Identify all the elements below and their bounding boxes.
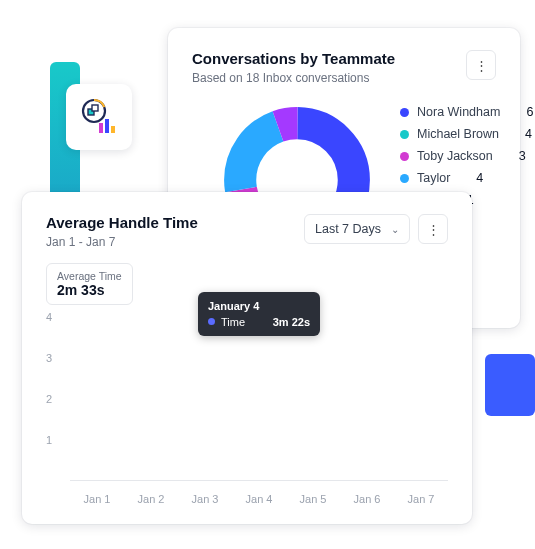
legend-swatch	[400, 130, 409, 139]
y-tick: 4	[46, 311, 52, 323]
y-tick: 3	[46, 352, 52, 364]
legend-name: Nora Windham	[417, 105, 500, 119]
legend-swatch	[400, 152, 409, 161]
x-axis: Jan 1Jan 2Jan 3Jan 4Jan 5Jan 6Jan 7	[70, 493, 448, 505]
legend-name: Taylor	[417, 171, 450, 185]
legend-item: Toby Jackson3	[400, 149, 533, 163]
tooltip-series-label: Time	[221, 316, 245, 328]
bar-chart: 4321 January 4 Time 3m 22s Jan 1Jan 2Jan…	[46, 299, 448, 509]
x-tick: Jan 7	[394, 493, 448, 505]
date-range: Jan 1 - Jan 7	[46, 235, 198, 249]
dropdown-label: Last 7 Days	[315, 222, 381, 236]
x-tick: Jan 6	[340, 493, 394, 505]
tooltip-dot-icon	[208, 318, 215, 325]
bar-tooltip: January 4 Time 3m 22s	[198, 292, 320, 336]
svg-rect-9	[105, 119, 109, 133]
decorative-blue-block	[485, 354, 535, 416]
card-title: Average Handle Time	[46, 214, 198, 231]
legend-item: Michael Brown4	[400, 127, 533, 141]
legend-swatch	[400, 108, 409, 117]
average-handle-time-card: Average Handle Time Jan 1 - Jan 7 Last 7…	[22, 192, 472, 524]
tooltip-value: 3m 22s	[273, 316, 310, 328]
x-tick: Jan 4	[232, 493, 286, 505]
chevron-down-icon: ⌄	[391, 224, 399, 235]
analytics-icon-card	[66, 84, 132, 150]
card-subtitle: Based on 18 Inbox conversations	[192, 71, 395, 85]
legend-item: Taylor4	[400, 171, 533, 185]
legend-item: Nora Windham6	[400, 105, 533, 119]
svg-rect-7	[92, 105, 98, 111]
more-options-button[interactable]: ⋮	[418, 214, 448, 244]
kebab-icon: ⋮	[475, 58, 488, 73]
svg-rect-8	[99, 123, 103, 133]
x-tick: Jan 5	[286, 493, 340, 505]
y-tick: 1	[46, 434, 52, 446]
legend-value: 6	[526, 105, 533, 119]
legend-value: 4	[525, 127, 532, 141]
plot-area: January 4 Time 3m 22s	[70, 317, 448, 481]
stat-value: 2m 33s	[57, 282, 122, 298]
date-range-dropdown[interactable]: Last 7 Days ⌄	[304, 214, 410, 244]
legend-swatch	[400, 174, 409, 183]
tooltip-heading: January 4	[208, 300, 310, 312]
legend-value: 4	[476, 171, 483, 185]
analytics-icon	[79, 97, 119, 137]
x-tick: Jan 2	[124, 493, 178, 505]
y-tick: 2	[46, 393, 52, 405]
legend-value: 3	[519, 149, 526, 163]
svg-rect-10	[111, 126, 115, 133]
legend-name: Toby Jackson	[417, 149, 493, 163]
x-tick: Jan 3	[178, 493, 232, 505]
card-title: Conversations by Teammate	[192, 50, 395, 67]
y-axis: 4321	[46, 317, 62, 481]
stat-label: Average Time	[57, 270, 122, 282]
more-options-button[interactable]: ⋮	[466, 50, 496, 80]
x-tick: Jan 1	[70, 493, 124, 505]
legend-name: Michael Brown	[417, 127, 499, 141]
kebab-icon: ⋮	[427, 222, 440, 237]
